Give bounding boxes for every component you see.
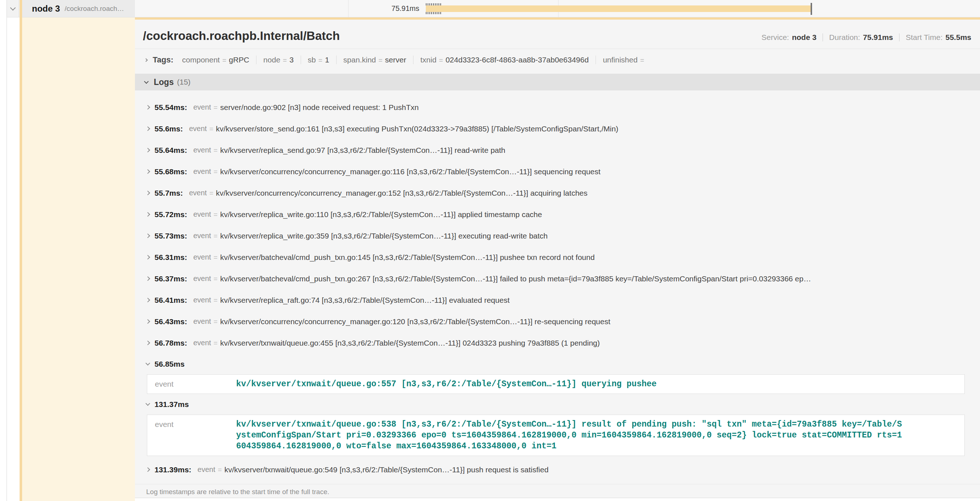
equals-sign: = [214,339,218,347]
meta-item: Duration:75.91ms [816,33,893,42]
chevron-down-icon [144,79,149,84]
log-field-value: kv/kvserver/replica_send.go:97 [n3,s3,r6… [220,146,505,155]
log-field-key: event [193,103,211,112]
log-field-value: kv/kvserver/concurrency/concurrency_mana… [220,317,611,326]
equals-sign: = [439,56,443,64]
log-field-key: event [193,231,211,240]
span-color-accent [19,0,22,501]
equals-sign: = [214,211,218,219]
equals-sign: = [214,296,218,304]
equals-sign: = [222,56,226,64]
log-timestamp: 131.37ms [154,400,189,409]
chevron-right-icon [145,276,150,281]
chevron-right-icon [144,58,148,62]
log-row[interactable]: 56.78ms: event = kv/kvserver/txnwait/que… [135,332,980,354]
tag-value: gRPC [229,56,249,64]
log-row[interactable]: 55.68ms: event = kv/kvserver/concurrency… [135,161,980,182]
log-timestamp: 55.73ms: [154,231,187,240]
equals-sign: = [214,104,218,112]
log-field-value: kv/kvserver/concurrency/concurrency_mana… [216,189,587,198]
log-field-value: kv/kvserver/replica_raft.go:74 [n3,s3,r6… [220,296,509,305]
late-log-marker [811,3,812,15]
log-row[interactable]: 55.64ms: event = kv/kvserver/replica_sen… [135,139,980,161]
log-timestamp: 56.41ms: [154,296,187,305]
log-field-key: event [193,317,211,325]
equals-sign: = [640,56,644,64]
log-row[interactable]: 55.72ms: event = kv/kvserver/replica_wri… [135,204,980,225]
span-duration-bar[interactable] [426,5,811,12]
log-row[interactable]: 55.6ms: event = kv/kvserver/store_send.g… [135,118,980,139]
tag-key: txnid [420,56,436,64]
log-fields-table: event kv/kvserver/txnwait/queue.go:557 [… [147,374,965,394]
left-gutter-divider [6,0,7,501]
equals-sign: = [214,146,218,154]
log-row[interactable]: 55.73ms: event = kv/kvserver/replica_wri… [135,225,980,247]
log-timestamp: 55.64ms: [154,146,187,155]
log-field-key: event [193,168,211,176]
log-row[interactable]: 56.37ms: event = kv/kvserver/batcheval/c… [135,268,980,289]
log-field-row: event kv/kvserver/txnwait/queue.go:557 [… [147,375,964,394]
meta-item: Start Time:55.5ms [893,33,971,42]
tag-item: node=3 [249,56,294,64]
span-name-cell[interactable]: node 3 /cockroach.roach… [19,0,135,17]
meta-value: node 3 [792,33,816,42]
logs-count: (15) [177,78,191,86]
log-row[interactable]: 55.7ms: event = kv/kvserver/concurrency/… [135,182,980,204]
span-timeline-cell[interactable]: 75.91ms [135,0,980,17]
span-detail-header: /cockroach.roachpb.Internal/Batch Servic… [135,19,980,49]
chevron-down-icon [145,361,150,365]
tags-list: component=gRPC node=3 sb=1 span.kind=ser… [182,56,647,64]
selected-span-highlight-column [22,18,135,501]
operation-title: /cockroach.roachpb.Internal/Batch [143,29,340,43]
tag-item: component=gRPC [182,56,249,64]
log-row-expanded-header[interactable]: 56.85ms [135,354,980,374]
span-meta: Service:node 3 Duration:75.91ms Start Ti… [762,33,971,42]
log-field-key: event [147,419,236,452]
log-row[interactable]: 131.39ms: event = kv/kvserver/txnwait/qu… [135,459,980,480]
log-field-key: event [147,379,236,389]
meta-value: 75.91ms [863,33,893,42]
equals-sign: = [214,254,218,262]
equals-sign: = [218,466,222,474]
log-field-key: event [193,146,211,154]
tag-value: server [385,56,406,64]
span-row[interactable]: node 3 /cockroach.roach… 75.91ms [7,0,980,18]
log-row-expanded-header[interactable]: 131.37ms [135,394,980,415]
tag-key: component [182,56,220,64]
log-field-value: kv/kvserver/batcheval/cmd_push_txn.go:26… [220,274,811,283]
tags-accordian-header[interactable]: Tags: component=gRPC node=3 sb=1 span.ki… [135,49,980,69]
tag-key: span.kind [344,56,376,64]
equals-sign: = [214,275,218,283]
chevron-right-icon [145,340,150,345]
log-timestamp: 55.68ms: [154,168,187,176]
chevron-right-icon [145,169,150,174]
log-timestamp: 55.72ms: [154,210,187,219]
expanded-log-entry: 56.85ms event kv/kvserver/txnwait/queue.… [135,354,980,394]
equals-sign: = [318,56,323,64]
log-field-key: event [193,296,211,304]
log-list: 55.54ms: event = server/node.go:902 [n3]… [135,90,980,354]
equals-sign: = [214,168,218,176]
expanded-log-entry: 131.37ms event kv/kvserver/txnwait/queue… [135,394,980,456]
log-field-key: event [193,210,211,219]
span-collapse-toggle[interactable] [7,0,19,17]
tags-label: Tags: [153,55,173,65]
log-timestamp: 56.78ms: [154,339,187,348]
equals-sign: = [283,56,287,64]
expanded-log-entries: 56.85ms event kv/kvserver/txnwait/queue.… [135,354,980,456]
meta-value: 55.5ms [945,33,971,42]
log-row[interactable]: 56.43ms: event = kv/kvserver/concurrency… [135,311,980,332]
log-row[interactable]: 56.41ms: event = kv/kvserver/replica_raf… [135,289,980,311]
tag-key: unfinished [603,56,638,64]
log-field-value: kv/kvserver/replica_write.go:110 [n3,s3,… [220,210,542,219]
span-service-name: node 3 [32,4,60,14]
log-field-value: kv/kvserver/txnwait/queue.go:557 [n3,s3,… [236,379,665,389]
log-field-key: event [193,253,211,262]
timeline-column-divider [348,0,348,17]
logs-accordian-header[interactable]: Logs (15) [135,74,980,90]
log-field-value: kv/kvserver/batcheval/cmd_push_txn.go:14… [220,253,595,262]
equals-sign: = [209,125,213,133]
log-row[interactable]: 56.31ms: event = kv/kvserver/batcheval/c… [135,247,980,268]
log-row[interactable]: 55.54ms: event = server/node.go:902 [n3]… [135,97,980,118]
chevron-down-icon [10,5,16,11]
